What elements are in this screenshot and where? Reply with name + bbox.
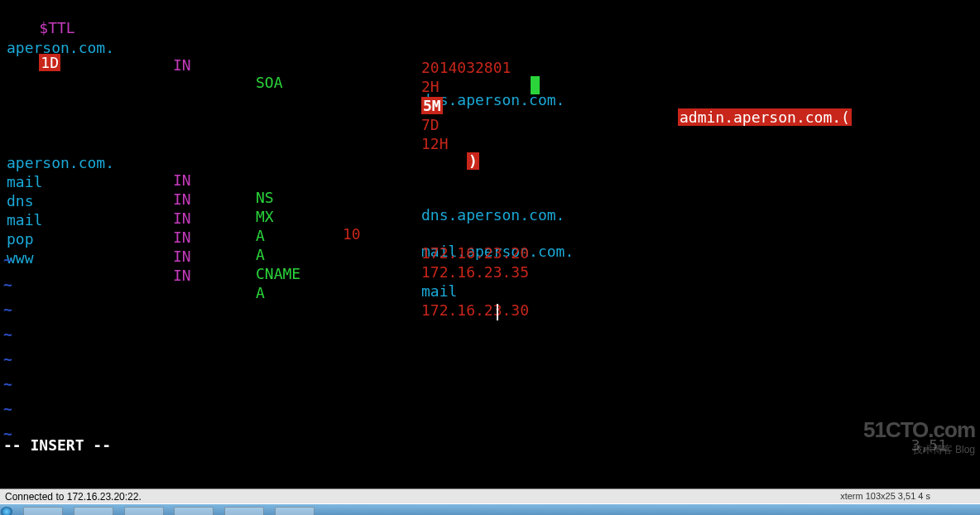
empty-line-tilde: ~ (3, 325, 980, 344)
empty-line-tilde: ~ (3, 425, 980, 443)
empty-line-tilde: ~ (3, 375, 980, 393)
taskbar[interactable] (0, 503, 980, 515)
taskbar-item[interactable] (23, 507, 63, 515)
empty-line-tilde: ~ (3, 301, 980, 319)
taskbar-item[interactable] (275, 507, 315, 515)
text-cursor-caret (497, 304, 498, 320)
empty-line-tilde: ~ (3, 251, 980, 269)
taskbar-item[interactable] (174, 507, 214, 515)
terminal-viewport[interactable]: $TTL 1D aperson.com. IN SOA dns.aperson.… (0, 0, 980, 489)
taskbar-item[interactable] (124, 507, 164, 515)
empty-line-tilde: ~ (3, 400, 980, 418)
watermark-main: 51CTO.com (863, 417, 975, 443)
xterm-info: xterm 103x25 3,51 4 s (840, 489, 930, 503)
taskbar-item[interactable] (74, 507, 113, 515)
connection-status-bar: Connected to 172.16.23.20:22. (0, 489, 980, 504)
vim-mode-indicator: -- INSERT -- (3, 436, 111, 454)
empty-line-tilde: ~ (3, 350, 980, 368)
watermark: 51CTO.com 技术博客 Blog (863, 417, 975, 457)
taskbar-item[interactable] (224, 507, 264, 515)
empty-line-tilde: ~ (3, 276, 980, 294)
watermark-sub: 技术博客 Blog (863, 443, 975, 457)
start-button-icon[interactable] (1, 507, 12, 515)
